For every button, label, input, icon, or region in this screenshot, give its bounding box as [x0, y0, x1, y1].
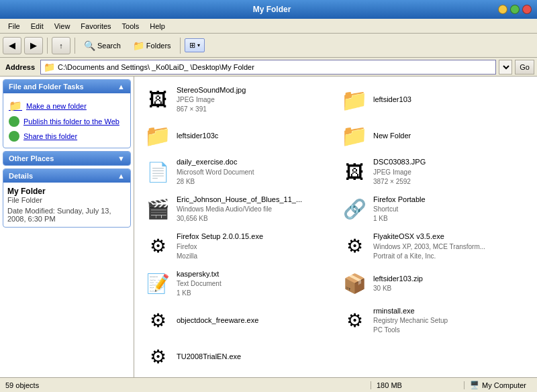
- sidebar-item-new-folder[interactable]: 📁 Make a new folder: [6, 97, 128, 114]
- file-item[interactable]: 🖼 DSC03083.JPG JPEG Image 3872 × 2592: [336, 154, 532, 189]
- up-button[interactable]: ↑: [52, 37, 70, 54]
- file-size: 3872 × 2592: [373, 177, 426, 187]
- file-name: Eric_Johnson_House_of_Blues_11_...: [177, 195, 302, 205]
- file-name: TU2008TrialEN.exe: [177, 352, 241, 362]
- sidebar: File and Folder Tasks ▲ 📁 Make a new fol…: [0, 77, 134, 377]
- txt-icon: 📝: [144, 270, 171, 297]
- file-type: Microsoft Word Document: [177, 168, 254, 177]
- file-item[interactable]: 📝 kaspersky.txt Text Document 1 KB: [140, 266, 335, 301]
- close-button[interactable]: [522, 5, 532, 14]
- toolbar-sep-2: [75, 38, 75, 54]
- go-button[interactable]: Go: [515, 60, 534, 75]
- tasks-section: File and Folder Tasks ▲ 📁 Make a new fol…: [3, 79, 131, 148]
- file-item[interactable]: 🎬 Eric_Johnson_House_of_Blues_11_... Win…: [140, 191, 335, 227]
- new-folder-icon: 📁: [9, 99, 22, 112]
- forward-button[interactable]: ▶: [24, 37, 43, 54]
- menu-bar: FileEditViewFavoritesToolsHelp: [0, 19, 537, 34]
- file-name: kaspersky.txt: [177, 269, 222, 279]
- file-type: JPEG Image: [177, 95, 246, 105]
- status-size: 180 MB: [371, 381, 465, 389]
- computer-label: My Computer: [482, 381, 526, 389]
- file-type: JPEG Image: [373, 168, 426, 177]
- file-name: leftsider103: [373, 95, 411, 105]
- maximize-button[interactable]: [510, 5, 520, 14]
- exe-icon: ⚙: [144, 307, 171, 334]
- toolbar-sep-1: [47, 38, 48, 54]
- file-info: rminstall.exe Registry Mechanic Setup PC…: [373, 306, 448, 335]
- computer-icon: 🖥️: [470, 381, 479, 389]
- file-info: objectdock_freeware.exe: [177, 315, 258, 326]
- file-size: 867 × 391: [177, 105, 246, 114]
- file-info: Eric_Johnson_House_of_Blues_11_... Windo…: [177, 195, 302, 224]
- menu-item-favorites[interactable]: Favorites: [75, 21, 116, 32]
- file-item[interactable]: 📄 daily_exercise.doc Microsoft Word Docu…: [140, 154, 335, 189]
- file-info: TU2008TrialEN.exe: [177, 352, 241, 362]
- views-dropdown-arrow: ▾: [197, 42, 200, 48]
- menu-item-edit[interactable]: Edit: [26, 21, 49, 32]
- file-item[interactable]: ⚙ FlyakiteOSX v3.5.exe Windows XP, 2003,…: [336, 228, 532, 264]
- folders-label: Folders: [146, 42, 171, 50]
- menu-item-file[interactable]: File: [3, 21, 26, 32]
- file-info: StereoSoundMod.jpg JPEG Image 867 × 391: [177, 85, 246, 114]
- folder-icon: 📁: [341, 122, 368, 149]
- file-item[interactable]: 📁 New Folder: [336, 119, 532, 152]
- sidebar-item-publish[interactable]: Publish this folder to the Web: [6, 114, 128, 129]
- file-item[interactable]: ⚙ rminstall.exe Registry Mechanic Setup …: [336, 303, 532, 338]
- file-info: Firefox Setup 2.0.0.15.exe Firefox Mozil…: [177, 232, 263, 260]
- file-grid: 🖼 StereoSoundMod.jpg JPEG Image 867 × 39…: [140, 82, 532, 373]
- file-info: leftsider103: [373, 95, 411, 105]
- file-item[interactable]: ⚙ objectdock_freeware.exe: [140, 303, 335, 338]
- search-icon: 🔍: [84, 40, 95, 51]
- sidebar-item-share[interactable]: Share this folder: [6, 129, 128, 144]
- zip-icon: 📦: [341, 270, 368, 297]
- tasks-header[interactable]: File and Folder Tasks ▲: [3, 80, 130, 93]
- file-item[interactable]: 📁 leftsider103c: [140, 119, 335, 152]
- file-item[interactable]: 📦 leftsider103.zip 30 KB: [336, 266, 532, 301]
- window-controls: [498, 5, 532, 14]
- file-type: Text Document: [177, 279, 222, 289]
- file-info: DSC03083.JPG JPEG Image 3872 × 2592: [373, 157, 426, 186]
- file-item[interactable]: ⚙ Firefox Setup 2.0.0.15.exe Firefox Moz…: [140, 228, 335, 264]
- file-info: Firefox Portable Shortcut 1 KB: [373, 195, 426, 224]
- views-button[interactable]: ⊞ ▾: [185, 38, 205, 52]
- back-button[interactable]: ◀: [3, 37, 21, 54]
- file-type: Firefox: [177, 242, 263, 252]
- file-size: Mozilla: [177, 252, 263, 261]
- other-places-header[interactable]: Other Places ▼: [3, 152, 130, 165]
- publish-icon: [9, 116, 19, 127]
- folders-icon: 📁: [133, 40, 144, 51]
- file-name: objectdock_freeware.exe: [177, 315, 258, 326]
- file-item[interactable]: 🔗 Firefox Portable Shortcut 1 KB: [336, 191, 532, 227]
- status-objects: 59 objects: [5, 381, 371, 389]
- details-body: My Folder File Folder Date Modified: Sun…: [3, 183, 130, 227]
- doc-icon: 📄: [144, 158, 171, 185]
- file-item[interactable]: 🖼 StereoSoundMod.jpg JPEG Image 867 × 39…: [140, 82, 335, 117]
- details-header[interactable]: Details ▲: [3, 169, 130, 183]
- details-type: File Folder: [7, 196, 126, 204]
- search-label: Search: [97, 42, 121, 50]
- folder-icon: 📁: [341, 87, 368, 113]
- file-size: 30,656 KB: [177, 214, 302, 224]
- file-item[interactable]: ⚙ TU2008TrialEN.exe: [140, 340, 335, 373]
- file-size: 28 KB: [177, 177, 254, 187]
- file-name: New Folder: [373, 131, 411, 141]
- other-places-section: Other Places ▼: [3, 151, 131, 166]
- search-button[interactable]: 🔍 Search: [79, 38, 126, 54]
- minimize-button[interactable]: [498, 5, 507, 14]
- status-bar: 59 objects 180 MB 🖥️ My Computer: [0, 377, 537, 392]
- file-item[interactable]: 📁 leftsider103: [336, 82, 532, 117]
- toolbar-sep-3: [180, 38, 181, 54]
- address-input[interactable]: 📁 C:\Documents and Settings\ _Ko0LaiD_ \…: [40, 60, 496, 75]
- details-header-label: Details: [9, 172, 33, 180]
- menu-item-help[interactable]: Help: [144, 21, 170, 32]
- address-dropdown[interactable]: [499, 60, 512, 75]
- menu-item-view[interactable]: View: [49, 21, 76, 32]
- details-name: My Folder: [7, 187, 126, 196]
- file-size: PC Tools: [373, 326, 448, 335]
- status-computer: 🖥️ My Computer: [465, 381, 532, 389]
- file-type: Windows Media Audio/Video file: [177, 205, 302, 214]
- wmv-icon: 🎬: [144, 195, 171, 222]
- tasks-header-label: File and Folder Tasks: [9, 83, 84, 91]
- folders-button[interactable]: 📁 Folders: [128, 38, 176, 54]
- menu-item-tools[interactable]: Tools: [117, 21, 145, 32]
